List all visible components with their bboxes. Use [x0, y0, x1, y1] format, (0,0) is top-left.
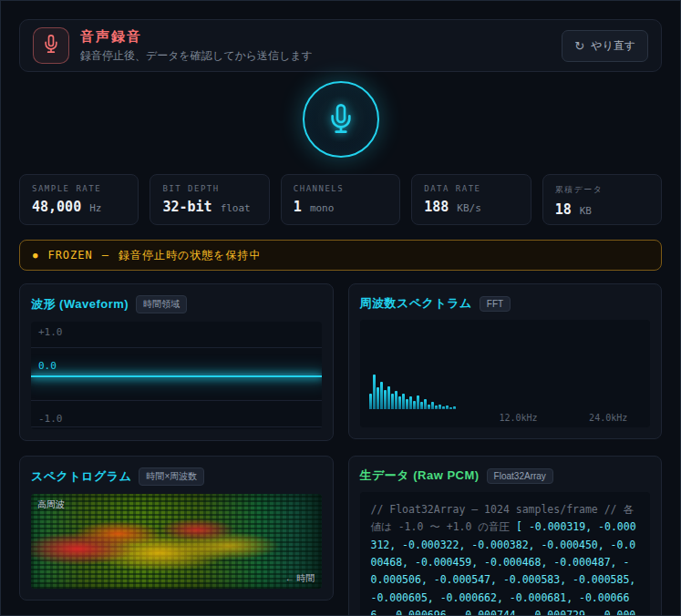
status-banner: ● FROZEN — 録音停止時の状態を保持中 — [19, 240, 662, 271]
microphone-icon — [42, 35, 60, 56]
retry-button[interactable]: ↻ やり直す — [562, 30, 648, 62]
status-state: FROZEN — [47, 249, 92, 262]
spectrum-xtick-mid: 12.0kHz — [499, 413, 537, 423]
stat-number: 18 — [555, 201, 572, 218]
stat-value: 188 KB/s — [424, 199, 518, 215]
record-button[interactable] — [303, 81, 379, 158]
stat-unit: mono — [310, 202, 335, 214]
spectrogram-title: スペクトログラム — [31, 468, 131, 485]
spectrogram-xlabel: ← 時間 — [285, 572, 315, 585]
waveform-line — [31, 375, 322, 377]
stat-value: 32-bit float — [162, 199, 256, 215]
stat-unit: KB — [580, 205, 592, 217]
spectrogram-panel-head: スペクトログラム 時間×周波数 — [31, 467, 322, 486]
status-dot-icon: ● — [33, 252, 38, 260]
spectrogram-panel: スペクトログラム 時間×周波数 高周波 ← 時間 — [19, 456, 334, 601]
waveform-ytick-bottom: -1.0 — [38, 413, 63, 425]
page-subtitle: 録音停止後、データを確認してから送信します — [80, 48, 551, 64]
stat-number: 188 — [424, 199, 449, 215]
retry-label: やり直す — [591, 38, 635, 54]
status-message: 録音停止時の状態を保持中 — [119, 248, 262, 263]
stat-number: 1 — [294, 199, 302, 215]
stat-value: 18 KB — [555, 201, 649, 218]
stat-unit: KB/s — [457, 202, 481, 214]
waveform-chart: +1.0 0.0 -1.0 — [31, 322, 322, 429]
mic-chip — [33, 27, 69, 64]
stats-row: SAMPLE RATE 48,000 Hz BIT DEPTH 32-bit f… — [19, 174, 662, 225]
stat-value: 48,000 Hz — [32, 199, 126, 215]
stat-value: 1 mono — [294, 199, 387, 215]
spectrum-panel-head: 周波数スペクトラム FFT — [360, 295, 651, 312]
raw-pcm-panel: 生データ (Raw PCM) Float32Array // Float32Ar… — [348, 456, 663, 616]
spectrum-title: 周波数スペクトラム — [360, 295, 472, 312]
raw-pcm-panel-head: 生データ (Raw PCM) Float32Array — [360, 467, 651, 484]
voice-recorder-app: 音声録音 録音停止後、データを確認してから送信します ↻ やり直す SAMPLE… — [1, 1, 680, 615]
spectrum-panel: 周波数スペクトラム FFT 12.0kHz 24.0kHz — [348, 283, 663, 439]
waveform-ytick-mid: 0.0 — [38, 360, 57, 372]
refresh-icon: ↻ — [574, 39, 584, 53]
stat-label: CHANNELS — [294, 184, 387, 193]
stat-label: BIT DEPTH — [162, 184, 256, 193]
microphone-icon — [326, 104, 356, 136]
spectrogram-badge: 時間×周波数 — [139, 467, 204, 486]
status-separator: — — [102, 249, 109, 262]
stat-number: 48,000 — [32, 199, 81, 215]
header-text: 音声録音 録音停止後、データを確認してから送信します — [80, 28, 551, 64]
raw-pcm-title: 生データ (Raw PCM) — [360, 467, 480, 484]
raw-pcm-text: // Float32Array — 1024 samples/frame // … — [360, 492, 651, 616]
waveform-panel: 波形 (Waveform) 時間領域 +1.0 0.0 -1.0 — [19, 283, 334, 441]
stat-label: DATA RATE — [424, 184, 518, 193]
stat-card-sample-rate: SAMPLE RATE 48,000 Hz — [19, 174, 139, 225]
raw-pcm-values: [ -0.000319, -0.000312, -0.000322, -0.00… — [371, 520, 636, 616]
spectrum-bars — [369, 375, 456, 409]
spectrogram-ylabel: 高周波 — [37, 498, 65, 511]
panels-grid: 波形 (Waveform) 時間領域 +1.0 0.0 -1.0 周波数スペクト… — [19, 283, 662, 616]
stat-card-bit-depth: BIT DEPTH 32-bit float — [150, 174, 269, 225]
header: 音声録音 録音停止後、データを確認してから送信します ↻ やり直す — [19, 19, 662, 72]
waveform-title: 波形 (Waveform) — [31, 296, 129, 313]
stat-unit: float — [221, 202, 251, 214]
waveform-ytick-top: +1.0 — [38, 326, 63, 338]
raw-pcm-badge: Float32Array — [487, 468, 553, 484]
page-title: 音声録音 — [80, 28, 551, 46]
record-button-row — [19, 81, 662, 158]
stat-card-data-rate: DATA RATE 188 KB/s — [411, 174, 531, 225]
stat-unit: Hz — [89, 202, 101, 214]
stat-label: 累積データ — [555, 184, 649, 196]
stat-label: SAMPLE RATE — [32, 184, 126, 193]
stat-number: 32-bit — [162, 199, 212, 215]
waveform-panel-head: 波形 (Waveform) 時間領域 — [31, 295, 322, 313]
spectrum-xtick-right: 24.0kHz — [589, 413, 627, 423]
waveform-badge: 時間領域 — [136, 295, 187, 313]
spectrum-badge: FFT — [480, 296, 511, 312]
stat-card-accumulated-data: 累積データ 18 KB — [542, 174, 662, 225]
stat-card-channels: CHANNELS 1 mono — [281, 174, 400, 225]
spectrogram-chart: 高周波 ← 時間 — [31, 494, 322, 589]
spectrum-chart: 12.0kHz 24.0kHz — [360, 320, 651, 427]
